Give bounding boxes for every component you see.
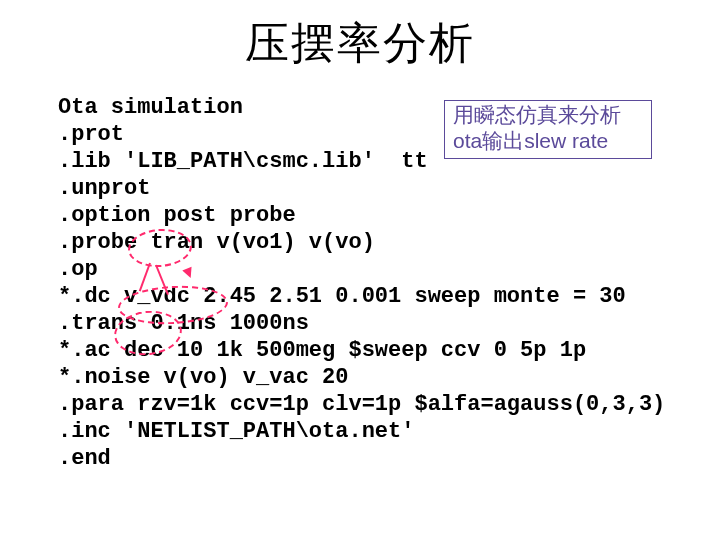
- slide-title: 压摆率分析: [0, 14, 720, 73]
- code-line: .option post probe: [58, 203, 296, 228]
- code-line: *.ac dec 10 1k 500meg $sweep ccv 0 5p 1p: [58, 338, 586, 363]
- code-line: .lib 'LIB_PATH\csmc.lib' tt: [58, 149, 428, 174]
- code-line: .prot: [58, 122, 124, 147]
- code-line: .unprot: [58, 176, 150, 201]
- code-line: .trans 0.1ns 1000ns: [58, 311, 309, 336]
- code-line: .probe tran v(vo1) v(vo): [58, 230, 375, 255]
- code-line: *.noise v(vo) v_vac 20: [58, 365, 348, 390]
- annotation-line2: ota输出slew rate: [453, 128, 643, 154]
- code-line: .end: [58, 446, 111, 471]
- code-line: .para rzv=1k ccv=1p clv=1p $alfa=agauss(…: [58, 392, 665, 417]
- code-line: Ota simulation: [58, 95, 243, 120]
- code-line: *.dc v_vdc 2.45 2.51 0.001 sweep monte =…: [58, 284, 626, 309]
- code-line: .inc 'NETLIST_PATH\ota.net': [58, 419, 414, 444]
- annotation-callout: 用瞬态仿真来分析 ota输出slew rate: [444, 100, 652, 159]
- annotation-line1: 用瞬态仿真来分析: [453, 103, 643, 128]
- code-line: .op: [58, 257, 98, 282]
- slide: 压摆率分析 Ota simulation .prot .lib 'LIB_PAT…: [0, 0, 720, 540]
